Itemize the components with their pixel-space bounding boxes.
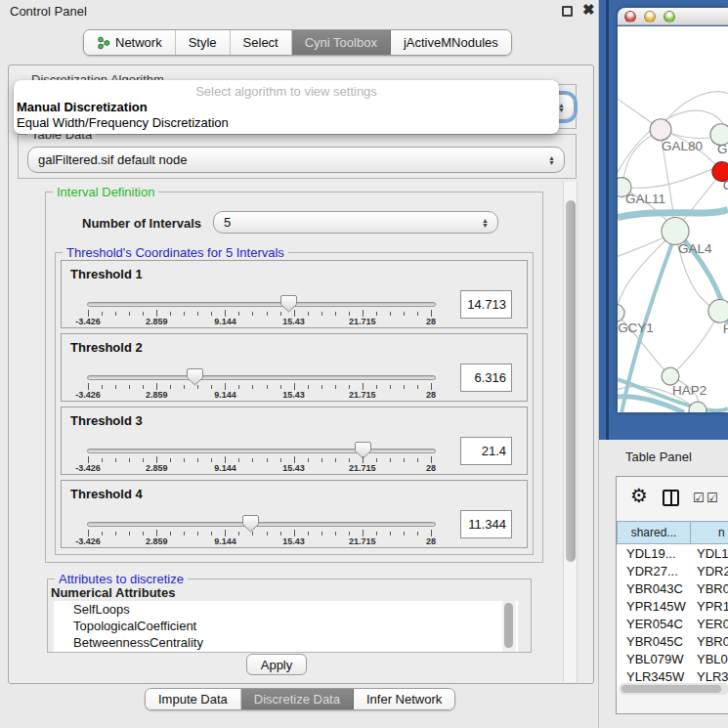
slider-minor-tick: [252, 312, 253, 316]
tab-infer-network[interactable]: Infer Network: [354, 689, 454, 709]
slider-minor-tick: [404, 458, 405, 462]
traffic-light-zoom-icon[interactable]: [664, 11, 675, 22]
attributes-group-title: Attributes to discretize: [55, 572, 188, 586]
float-window-icon[interactable]: [562, 6, 573, 17]
slider-minor-tick: [321, 458, 322, 462]
slider-tick-label: 28: [426, 390, 436, 400]
slider-major-tick: [156, 530, 157, 536]
slider-minor-tick: [102, 458, 103, 462]
tab-style[interactable]: Style: [176, 30, 231, 55]
table-row[interactable]: YBR043C YBR0: [617, 579, 728, 597]
slider-minor-tick: [184, 312, 185, 316]
slider-minor-tick: [267, 458, 268, 462]
attribute-list-item[interactable]: TopologicalCoefficient: [54, 618, 518, 634]
table-hscrollbar-thumb[interactable]: [621, 685, 721, 693]
attributes-scrollbar-track[interactable]: [502, 601, 516, 652]
slider-major-tick: [88, 456, 89, 463]
slider-tick-label: 9.144: [214, 463, 236, 473]
dropdown-option-equal-width-frequency[interactable]: Equal Width/Frequency Discretization: [17, 115, 229, 130]
tab-cyni-toolbox[interactable]: Cyni Toolbox: [292, 30, 391, 55]
slider-tick-labels: -3.4262.8599.14415.4321.71528: [62, 390, 527, 401]
dropdown-option-manual-discretization[interactable]: Manual Discretization: [17, 100, 148, 114]
slider-tick-labels: -3.4262.8599.14415.4321.71528: [62, 463, 527, 474]
slider-minor-tick: [211, 312, 212, 316]
column-header-name[interactable]: n: [691, 521, 728, 544]
slider-minor-tick: [184, 458, 185, 462]
slider-minor-tick: [404, 532, 405, 535]
attributes-scrollbar-thumb[interactable]: [504, 603, 513, 648]
table-data-combobox[interactable]: galFiltered.sif default node ▲▼: [27, 147, 565, 173]
slider-minor-tick: [376, 532, 377, 535]
attribute-list-item[interactable]: BetweennessCentrality: [54, 634, 518, 651]
network-window-titlebar[interactable]: [618, 8, 728, 25]
threshold-panel-4: Threshold 4 -3.4262.8599.14415.4321.7152…: [61, 480, 528, 548]
slider-minor-tick: [211, 458, 212, 462]
slider-major-tick: [156, 456, 157, 463]
threshold-slider-track[interactable]: [87, 375, 436, 380]
threshold-value-field[interactable]: 14.713: [460, 290, 512, 319]
slider-tick-label: 15.43: [282, 463, 305, 473]
tab-jactivemnodules[interactable]: jActiveMNodules: [391, 30, 511, 55]
slider-major-tick: [294, 456, 295, 463]
slider-minor-tick: [143, 385, 144, 389]
close-icon[interactable]: ✖: [582, 1, 595, 19]
threshold-label: Threshold 3: [70, 413, 143, 428]
checkbox-checked-icon[interactable]: ☑: [707, 492, 718, 504]
slider-minor-tick: [115, 385, 116, 389]
table-row[interactable]: YDR27... YDR2: [617, 562, 728, 579]
tab-impute-data[interactable]: Impute Data: [146, 689, 241, 709]
threshold-label: Threshold 1: [70, 267, 143, 281]
column-header-shared-name[interactable]: shared...: [617, 521, 691, 544]
slider-minor-tick: [321, 532, 322, 535]
slider-minor-tick: [267, 385, 268, 389]
threshold-value-field[interactable]: 11.344: [460, 510, 512, 538]
table-row[interactable]: YER054C YER0: [617, 615, 728, 632]
network-node-label: HAP2: [672, 383, 707, 398]
slider-tick-label: 9.144: [214, 390, 236, 400]
table-data-selected-value: galFiltered.sif default node: [38, 152, 187, 167]
network-node-node-bottom-partial[interactable]: [689, 402, 707, 412]
slider-major-tick: [363, 456, 364, 463]
slider-minor-tick: [349, 385, 350, 389]
content-scrollbar-thumb[interactable]: [566, 200, 576, 562]
slider-minor-tick: [184, 385, 185, 389]
threshold-label: Threshold 4: [70, 487, 143, 501]
tab-network[interactable]: Network: [84, 30, 176, 55]
network-canvas[interactable]: GAL80GCGAL11GAL4GCY1HHAP2: [618, 26, 728, 412]
slider-tick-label: -3.426: [75, 390, 101, 400]
threshold-slider-track[interactable]: [87, 449, 436, 453]
network-node-GAL80[interactable]: [650, 119, 671, 141]
network-node-GAL4[interactable]: [662, 218, 689, 245]
table-row[interactable]: YBR045C YBR0: [617, 632, 728, 650]
slider-minor-tick: [238, 385, 239, 389]
table-row[interactable]: YBL079W YBL0: [617, 650, 728, 667]
bottom-tab-bar: Impute Data Discretize Data Infer Networ…: [145, 688, 455, 710]
slider-minor-tick: [335, 385, 336, 389]
slider-tick-label: 2.859: [146, 390, 168, 400]
slider-minor-tick: [252, 385, 253, 389]
slider-tick-label: 9.144: [214, 536, 236, 546]
threshold-slider-track[interactable]: [87, 522, 436, 527]
tab-select[interactable]: Select: [231, 30, 292, 55]
gear-icon[interactable]: ⚙: [630, 484, 648, 507]
threshold-value-field[interactable]: 6.316: [460, 364, 512, 392]
apply-button[interactable]: Apply: [246, 654, 307, 675]
checkbox-checked-icon[interactable]: ☑: [693, 492, 705, 504]
number-of-intervals-combobox[interactable]: 5 ▲▼: [213, 211, 498, 234]
tab-discretize-data[interactable]: Discretize Data: [241, 689, 354, 709]
traffic-light-close-icon[interactable]: [624, 11, 636, 22]
table-row[interactable]: YDL19... YDL1: [617, 544, 728, 562]
network-node-node-right-mid[interactable]: [708, 299, 728, 322]
split-columns-icon[interactable]: [663, 490, 679, 506]
attribute-list-item[interactable]: SelfLoops: [54, 601, 518, 618]
slider-minor-tick: [267, 532, 268, 535]
slider-tick-label: 21.715: [349, 317, 376, 326]
table-hscrollbar-track[interactable]: [619, 683, 728, 695]
slider-minor-tick: [129, 532, 130, 535]
table-row[interactable]: YPR145W YPR1: [617, 597, 728, 615]
network-node-GCY1[interactable]: [618, 304, 624, 321]
traffic-light-minimize-icon[interactable]: [644, 11, 656, 22]
threshold-slider-track[interactable]: [87, 302, 436, 307]
threshold-value-field[interactable]: 21.4: [460, 437, 512, 465]
content-scrollbar-track[interactable]: [563, 182, 578, 682]
